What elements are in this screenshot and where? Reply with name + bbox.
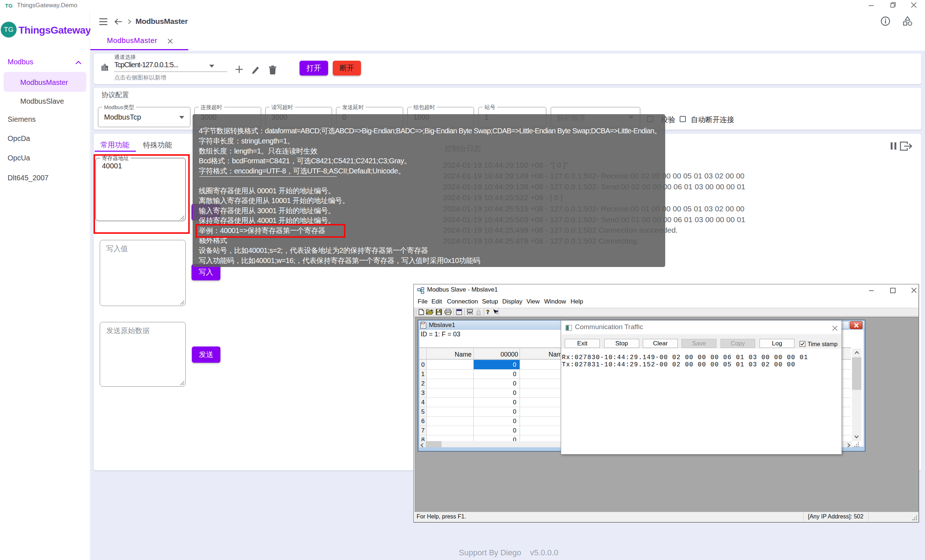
svg-text:?: ? (487, 309, 490, 315)
svg-text:?: ? (496, 309, 499, 315)
